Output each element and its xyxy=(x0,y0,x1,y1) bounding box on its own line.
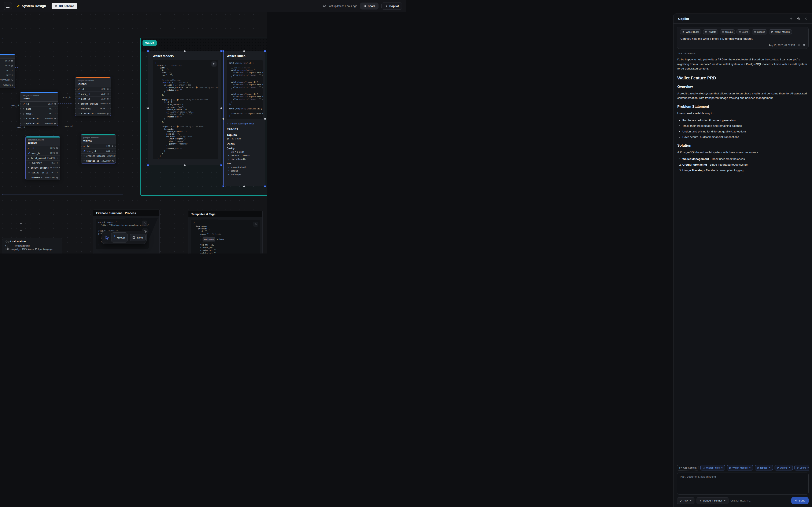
wallet-rules-code: match /users/{user_id} { // sub-collecti… xyxy=(229,62,260,117)
control-access-link[interactable]: Control access per fields xyxy=(230,122,254,125)
templates-tags-panel[interactable]: Templates & Tags { templates: { $tempId:… xyxy=(188,211,263,253)
table-field-updated_at[interactable]: updated_at TIMESTAMP xyxy=(20,121,58,126)
table-field-user_id[interactable]: user_id UUID xyxy=(75,92,111,97)
group-pattern xyxy=(141,39,267,52)
lock-button[interactable] xyxy=(5,246,10,251)
menu-button[interactable] xyxy=(4,2,12,10)
circ-field-icon xyxy=(28,172,30,174)
cloud-check-icon xyxy=(323,4,326,8)
selection-midpoint-handle[interactable] xyxy=(243,185,245,187)
table-field-credits_balance[interactable]: credits_balance INTEGER # xyxy=(81,154,116,158)
copilot-button[interactable]: Copilot xyxy=(382,3,402,9)
copy-code-button[interactable] xyxy=(253,222,258,227)
table-topups[interactable]: postgres.db.schema topups id UUID user_i… xyxy=(26,136,60,180)
schema-canvas[interactable]: Wallet user_iduser_iduser_iduser_id UUID… xyxy=(0,12,267,253)
table-partial[interactable]: UUID UUID TEXT T TEXT T TIMESTAMP xyxy=(0,54,15,88)
fit-view-button[interactable] xyxy=(5,239,10,244)
table-field-metadata[interactable]: metadata JSONB {} xyxy=(75,106,111,111)
table-field-hidden[interactable]: TEXT T xyxy=(0,68,15,73)
selection-handle[interactable] xyxy=(222,50,224,52)
table-field-hidden[interactable]: UUID xyxy=(0,59,15,63)
link-field-icon xyxy=(83,150,86,152)
table-field-amount_credits[interactable]: amount_credits INTEGER # xyxy=(75,101,111,106)
wallet-rules-panel[interactable]: Wallet Rules match /users/{user_id} { //… xyxy=(223,51,265,186)
circ-field-icon xyxy=(78,113,80,114)
wallet-group-label[interactable]: Wallet xyxy=(143,40,157,46)
table-field-total_amount[interactable]: total_amount DECIMAL xyxy=(26,156,60,161)
zoom-controls: + − xyxy=(18,221,24,233)
zoom-out-button[interactable]: − xyxy=(18,228,24,233)
selection-midpoint-handle[interactable] xyxy=(220,107,222,109)
key-field-icon xyxy=(78,88,80,91)
table-field-email[interactable]: @ email TEXT T xyxy=(20,111,58,116)
note-pencil-icon xyxy=(133,236,135,239)
table-field-hidden[interactable]: TEXT T xyxy=(0,73,15,78)
selection-handle[interactable] xyxy=(147,50,149,52)
table-field-id[interactable]: id UUID xyxy=(81,144,116,149)
templates-panel-title: Templates & Tags xyxy=(189,211,262,217)
table-field-user_id[interactable]: user_id UUID xyxy=(26,151,60,156)
circ-field-icon xyxy=(28,177,30,178)
selection-midpoint-handle[interactable] xyxy=(184,50,186,52)
cost-line-2: Medium quality ~ 10K tokens ≈ $0.1 per i… xyxy=(5,248,59,250)
selection-handle[interactable] xyxy=(222,185,224,187)
share-button[interactable]: Share xyxy=(360,3,378,9)
table-field-user_id[interactable]: user_id UUID xyxy=(81,149,116,154)
topups-rate: $1 = 10 credits xyxy=(227,137,262,140)
selection-handle[interactable] xyxy=(264,50,266,52)
circ-field-icon xyxy=(22,122,25,124)
dot-field-icon xyxy=(28,162,30,164)
page-title: System Design xyxy=(16,4,46,8)
cursor-tool-icon[interactable] xyxy=(105,235,109,239)
table-field-name[interactable]: name TEXT T xyxy=(20,107,58,111)
selection-handle[interactable] xyxy=(220,50,222,52)
database-icon xyxy=(55,5,57,7)
table-wallets[interactable]: postgres.db.schema wallets id UUID user_… xyxy=(81,134,116,164)
selection-handle[interactable] xyxy=(147,164,149,166)
table-field-created_at[interactable]: created_at TIMESTAMP xyxy=(26,175,60,180)
table-name: usages xyxy=(78,82,108,85)
pencil-icon xyxy=(16,4,20,8)
palette-button[interactable] xyxy=(142,228,148,234)
selection-midpoint-handle[interactable] xyxy=(147,107,149,109)
table-field-id[interactable]: id UUID xyxy=(20,102,58,107)
copy-code-button[interactable] xyxy=(142,221,147,226)
selection-handle[interactable] xyxy=(264,185,266,187)
zoom-in-button[interactable]: + xyxy=(18,221,24,226)
table-field-id[interactable]: id UUID xyxy=(75,87,111,92)
at-field-icon: @ xyxy=(22,113,25,115)
table-name: wallets xyxy=(83,139,113,142)
cost-line-1: $1 4 output tokens xyxy=(5,244,59,247)
table-field-hidden[interactable]: INTEGER # xyxy=(0,83,15,88)
dot-field-icon xyxy=(83,155,85,157)
table-field-stripe_ref_id[interactable]: stripe_ref_id TEXT T xyxy=(26,170,60,175)
edge-label: user_id xyxy=(63,96,72,99)
table-field-created_at[interactable]: created_at TIMESTAMP xyxy=(75,111,111,116)
table-field-created_at[interactable]: created_at TIMESTAMP xyxy=(20,116,58,121)
selection-handle[interactable] xyxy=(220,164,222,166)
table-field-currency[interactable]: currency TEXT T xyxy=(26,161,60,165)
dot-field-icon xyxy=(78,103,79,105)
table-field-hidden[interactable]: TIMESTAMP xyxy=(0,78,15,83)
selection-midpoint-handle[interactable] xyxy=(222,118,224,120)
table-users[interactable]: postgres.db.schema users id UUID name TE… xyxy=(20,92,58,126)
wallet-models-panel[interactable]: Wallet Models { users: { // collection $… xyxy=(148,51,221,165)
table-field-hidden[interactable]: UUID xyxy=(0,63,15,68)
link-field-icon xyxy=(28,152,30,155)
note-tool-button[interactable]: Note xyxy=(130,234,146,241)
table-field-updated_at[interactable]: updated_at TIMESTAMP xyxy=(81,158,116,163)
quality-item: low = 1 credit xyxy=(229,151,262,153)
selection-midpoint-handle[interactable] xyxy=(264,118,266,120)
tab-db-schema[interactable]: DB Schema xyxy=(52,3,77,9)
copy-code-button[interactable] xyxy=(211,61,216,66)
selection-midpoint-handle[interactable] xyxy=(243,50,245,52)
selection-midpoint-handle[interactable] xyxy=(184,164,186,166)
table-field-amount_credits[interactable]: amount_credits INTEGER # xyxy=(26,165,60,170)
last-updated-status: Last updated: 1 hour ago xyxy=(323,4,357,8)
wallet-models-code: { users: { // collection $uid: { id: "" … xyxy=(155,62,216,159)
table-usages[interactable]: postgres.db.schema usages id UUID user_i… xyxy=(75,77,111,116)
table-field-post_id[interactable]: post_id UUID xyxy=(75,97,111,101)
table-field-id[interactable]: id UUID xyxy=(26,146,60,151)
group-tool-button[interactable]: [ ] Group xyxy=(111,232,128,242)
quality-heading: Quality xyxy=(227,147,262,150)
